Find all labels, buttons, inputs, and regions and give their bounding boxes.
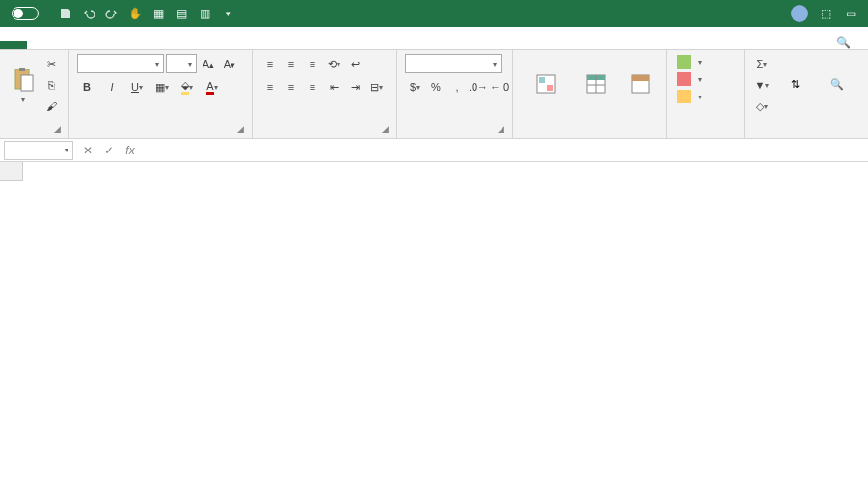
svg-rect-14 (677, 90, 691, 103)
qat-item-icon[interactable]: ▤ (174, 6, 189, 21)
tab-file[interactable] (0, 41, 27, 49)
percent-icon[interactable]: % (426, 77, 446, 96)
align-left-icon[interactable]: ≡ (260, 77, 280, 96)
delete-cells-button[interactable]: ▾ (675, 71, 704, 87)
format-painter-icon[interactable]: 🖌 (41, 96, 61, 116)
qat-item-icon[interactable]: ▥ (197, 6, 212, 21)
underline-icon[interactable]: U▾ (127, 77, 147, 96)
sort-filter-button[interactable]: ⇅ (775, 54, 814, 116)
dialog-launcher-icon[interactable]: ◢ (54, 124, 61, 134)
paste-button[interactable]: ▾ (8, 54, 38, 116)
svg-rect-5 (547, 85, 553, 91)
ribbon: ▾ ✂ ⎘ 🖌 ◢ ▾ ▾ A▴ A▾ B I U▾ ▦▾ ⬙▾ (0, 50, 868, 139)
border-icon[interactable]: ▦▾ (152, 77, 172, 96)
insert-cells-button[interactable]: ▾ (675, 54, 704, 69)
ribbon-tabs: 🔍 (0, 27, 868, 50)
comma-icon[interactable]: , (448, 77, 467, 96)
paste-icon (11, 67, 36, 92)
svg-rect-11 (632, 75, 649, 81)
align-bottom-icon[interactable]: ≡ (303, 54, 322, 73)
dialog-launcher-icon[interactable]: ◢ (382, 124, 389, 134)
format-as-table-button[interactable] (574, 54, 618, 116)
fill-color-icon[interactable]: ⬙▾ (177, 77, 197, 96)
decrease-font-icon[interactable]: A▾ (220, 54, 239, 73)
ribbon-display-icon[interactable]: ⬚ (818, 6, 833, 21)
align-center-icon[interactable]: ≡ (282, 77, 301, 96)
orientation-icon[interactable]: ⟲▾ (324, 54, 343, 73)
search-icon[interactable]: 🔍 (836, 36, 851, 49)
align-middle-icon[interactable]: ≡ (282, 54, 301, 73)
fill-icon[interactable]: ▼▾ (752, 75, 772, 95)
merge-center-icon[interactable]: ⊟▾ (366, 77, 386, 96)
italic-icon[interactable]: I (102, 77, 122, 96)
decrease-indent-icon[interactable]: ⇤ (324, 77, 343, 96)
group-font: ▾ ▾ A▴ A▾ B I U▾ ▦▾ ⬙▾ A▾ ◢ (69, 50, 253, 138)
font-size-select[interactable]: ▾ (166, 54, 197, 73)
sort-filter-icon: ⇅ (782, 71, 807, 96)
user-avatar[interactable] (791, 5, 808, 22)
group-clipboard: ▾ ✂ ⎘ 🖌 ◢ (0, 50, 69, 138)
format-cells-button[interactable]: ▾ (675, 89, 704, 104)
bold-icon[interactable]: B (77, 77, 96, 96)
clear-icon[interactable]: ◇▾ (752, 96, 772, 116)
cancel-formula-icon[interactable]: ✕ (77, 144, 98, 157)
touch-mode-icon[interactable]: ✋ (127, 6, 143, 21)
conditional-formatting-icon (533, 71, 558, 96)
group-number: ▾ $▾ % , .0→ ←.0 ◢ (397, 50, 513, 138)
group-cells: ▾ ▾ ▾ (667, 50, 745, 138)
align-right-icon[interactable]: ≡ (303, 77, 322, 96)
cell-styles-button[interactable] (622, 54, 659, 116)
window-icon[interactable]: ▭ (843, 6, 858, 21)
cut-icon[interactable]: ✂ (41, 54, 61, 73)
increase-decimal-icon[interactable]: .0→ (469, 77, 488, 96)
dialog-launcher-icon[interactable]: ◢ (498, 124, 504, 134)
format-as-table-icon (583, 71, 609, 96)
font-color-icon[interactable]: A▾ (203, 77, 222, 96)
svg-rect-12 (677, 55, 691, 69)
group-alignment: ≡ ≡ ≡ ⟲▾ ↩ ≡ ≡ ≡ ⇤ ⇥ ⊟▾ ◢ (253, 50, 397, 138)
title-bar: ✋ ▦ ▤ ▥ ▾ ⬚ ▭ (0, 0, 868, 27)
insert-function-icon[interactable]: fx (120, 144, 141, 157)
group-editing: Σ▾ ▼▾ ◇▾ ⇅ 🔍 (745, 50, 868, 138)
dialog-launcher-icon[interactable]: ◢ (237, 124, 244, 134)
increase-indent-icon[interactable]: ⇥ (345, 77, 365, 96)
font-name-select[interactable]: ▾ (77, 54, 164, 73)
autosum-icon[interactable]: Σ▾ (752, 54, 772, 73)
select-all-corner[interactable] (0, 162, 23, 181)
undo-icon[interactable] (81, 6, 96, 21)
spreadsheet-grid[interactable] (0, 162, 868, 495)
find-select-icon: 🔍 (825, 71, 850, 96)
enter-formula-icon[interactable]: ✓ (98, 144, 120, 157)
redo-icon[interactable] (104, 6, 120, 21)
wrap-text-icon[interactable]: ↩ (345, 54, 365, 73)
svg-rect-13 (677, 72, 691, 86)
svg-rect-1 (19, 68, 25, 71)
autosave-toggle[interactable] (8, 7, 42, 20)
find-select-button[interactable]: 🔍 (818, 54, 856, 116)
qat-customize-icon[interactable]: ▾ (220, 6, 235, 21)
qat-item-icon[interactable]: ▦ (150, 6, 166, 21)
increase-font-icon[interactable]: A▴ (199, 54, 218, 73)
svg-rect-2 (21, 75, 33, 91)
save-icon[interactable] (58, 6, 73, 21)
copy-icon[interactable]: ⎘ (41, 75, 61, 95)
svg-rect-4 (539, 77, 545, 83)
name-box[interactable]: ▾ (4, 141, 73, 160)
conditional-formatting-button[interactable] (521, 54, 570, 116)
formula-bar: ▾ ✕ ✓ fx (0, 139, 868, 162)
decrease-decimal-icon[interactable]: ←.0 (490, 77, 509, 96)
group-styles (513, 50, 667, 138)
cell-styles-icon (628, 71, 653, 96)
align-top-icon[interactable]: ≡ (260, 54, 280, 73)
currency-icon[interactable]: $▾ (405, 77, 424, 96)
number-format-select[interactable]: ▾ (405, 54, 502, 73)
